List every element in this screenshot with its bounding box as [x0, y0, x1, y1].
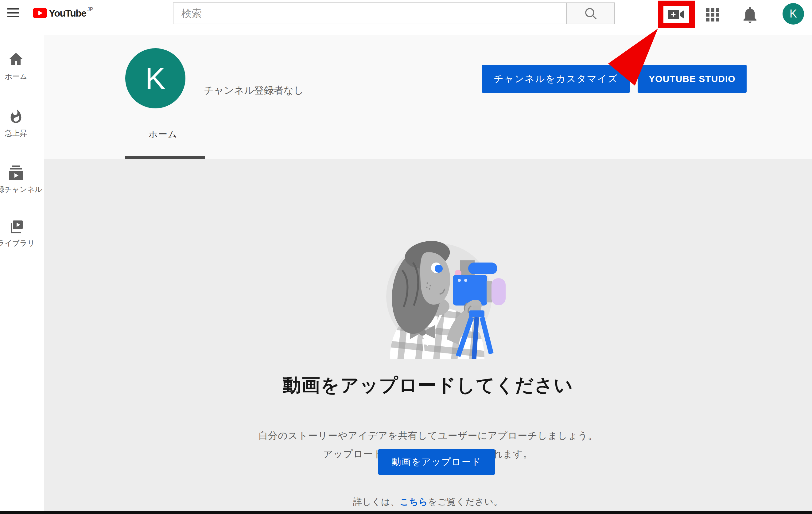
library-icon [8, 219, 24, 235]
search-bar [173, 2, 615, 24]
sidebar-item-home[interactable]: ホーム [0, 35, 34, 91]
learn-more-link[interactable]: こちら [400, 497, 428, 507]
home-icon [8, 51, 24, 67]
youtube-logo[interactable]: YouTube JP [33, 7, 93, 19]
sidebar-item-label: ホーム [5, 72, 27, 81]
sidebar-item-label: 登録チャンネル [0, 184, 42, 194]
annotation-highlight-box [658, 1, 695, 28]
upload-illustration [381, 233, 506, 359]
bell-icon [743, 6, 757, 23]
top-header: YouTube JP [0, 0, 812, 35]
empty-state-title: 動画をアップロードしてください [44, 373, 812, 398]
logo-region-code: JP [87, 7, 93, 12]
create-video-button[interactable] [668, 8, 685, 21]
subscriber-count: チャンネル登録者なし [204, 84, 303, 97]
upload-video-button[interactable]: 動画をアップロード [378, 449, 495, 475]
create-video-icon [668, 8, 685, 21]
youtube-play-icon [33, 8, 47, 18]
search-icon [584, 7, 598, 20]
channel-avatar[interactable]: K [125, 48, 185, 108]
footer-prefix: 詳しくは、 [353, 497, 400, 507]
active-tab-underline [125, 156, 205, 159]
description-line-1: 自分のストーリーやアイデアを共有してユーザーにアプローチしましょう。 [44, 427, 812, 445]
sidebar-item-label: ライブラリ [0, 238, 35, 248]
footer-suffix: をご覧ください。 [428, 497, 503, 507]
trending-icon [8, 109, 24, 125]
search-input[interactable] [173, 2, 567, 24]
account-avatar[interactable]: K [783, 3, 804, 25]
youtube-studio-button[interactable]: YOUTUBE STUDIO [638, 65, 747, 93]
bottom-bar [0, 511, 812, 514]
learn-more-text: 詳しくは、こちらをご覧ください。 [44, 496, 812, 508]
apps-grid-button[interactable] [706, 8, 719, 22]
sidebar-item-label: 急上昇 [5, 128, 27, 138]
tab-home[interactable]: ホーム [149, 128, 177, 141]
logo-wordmark: YouTube [49, 7, 86, 19]
channel-content: 動画をアップロードしてください 自分のストーリーやアイデアを共有してユーザーにア… [44, 159, 812, 511]
channel-header: K チャンネル登録者なし チャンネルをカスタマイズ YOUTUBE STUDIO… [44, 35, 812, 159]
notifications-button[interactable] [743, 6, 757, 24]
subscriptions-icon [8, 165, 24, 181]
sidebar: ホーム 急上昇 登録チャンネル [0, 35, 44, 511]
customize-channel-button[interactable]: チャンネルをカスタマイズ [482, 65, 630, 93]
search-button[interactable] [567, 2, 615, 24]
apps-grid-icon [706, 8, 719, 22]
hamburger-menu-icon[interactable] [7, 8, 19, 17]
youtube-channel-page: YouTube JP [0, 0, 812, 514]
